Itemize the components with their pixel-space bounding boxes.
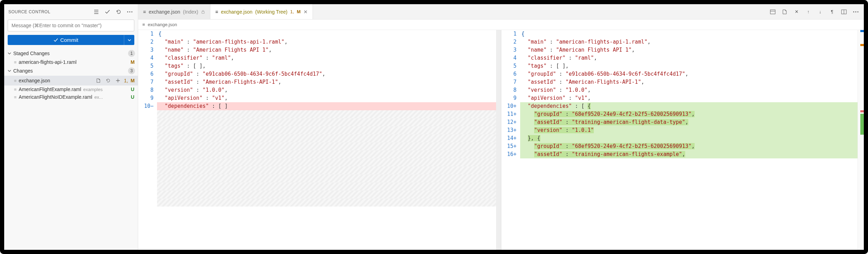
sidebar-title: SOURCE CONTROL <box>8 9 92 14</box>
file-name: exchange.json <box>19 78 50 83</box>
svg-point-2 <box>132 12 133 13</box>
section-changes[interactable]: Changes 3 <box>4 66 138 76</box>
discard-icon[interactable]: ✕ <box>793 8 800 16</box>
status-modified: M <box>130 78 135 83</box>
tab-label: exchange.json <box>149 9 180 15</box>
tab-status-modified: M <box>297 9 301 14</box>
whitespace-icon[interactable]: ¶ <box>828 8 836 16</box>
ruler-mark <box>860 114 864 135</box>
open-file-icon[interactable] <box>781 8 788 16</box>
file-name: american-flights-api-1.raml <box>19 59 77 65</box>
json-file-icon: ≡ <box>215 9 218 15</box>
svg-point-6 <box>853 11 854 12</box>
editor-main: ≡ exchange.json (Index) ≡ exchange.json … <box>138 4 864 250</box>
tab-label: exchange.json <box>221 9 252 15</box>
line-gutter-left: 12345678910− <box>138 30 157 250</box>
file-name: AmericanFlightExample.raml <box>19 87 81 92</box>
lock-icon <box>201 10 205 14</box>
ruler-mark <box>860 44 864 46</box>
sidebar-header-actions <box>92 8 134 16</box>
file-icon: ≡ <box>14 60 17 65</box>
commit-button[interactable]: Commit <box>8 35 124 45</box>
diff-container: 12345678910− { "main" : "american-flight… <box>138 30 864 250</box>
svg-rect-4 <box>770 10 775 14</box>
status-untracked: U <box>130 94 135 100</box>
tab-bar: ≡ exchange.json (Index) ≡ exchange.json … <box>138 4 864 20</box>
previous-change-icon[interactable]: ↑ <box>805 8 812 16</box>
ruler-mark <box>860 30 864 32</box>
file-row[interactable]: ≡ exchange.json 1, M <box>4 76 138 85</box>
open-file-icon[interactable] <box>95 77 102 84</box>
commit-message-input[interactable] <box>8 20 134 31</box>
diff-pane-modified[interactable]: → 12345678910+11+12+13+14+15+16+ { "main… <box>501 30 864 250</box>
more-actions-icon[interactable] <box>126 8 134 16</box>
editor-toolbar: ✕ ↑ ↓ ¶ <box>769 4 864 19</box>
tab-working-tree[interactable]: ≡ exchange.json (Working Tree) 1, M ✕ <box>210 4 313 19</box>
tab-suffix: (Index) <box>183 9 198 15</box>
commit-button-row: Commit <box>8 35 134 45</box>
breadcrumb[interactable]: ≡ exchange.json <box>138 20 864 30</box>
commit-area: Commit <box>4 20 138 48</box>
overview-ruler[interactable] <box>858 30 864 250</box>
file-directory: examples <box>83 87 103 92</box>
file-name: AmericanFlightNoIDExample.raml <box>19 94 92 100</box>
discard-changes-icon[interactable] <box>104 77 112 84</box>
commit-button-label: Commit <box>60 37 78 43</box>
diff-count: 1, <box>124 78 128 83</box>
refresh-icon[interactable] <box>115 8 122 16</box>
json-file-icon: ≡ <box>143 9 146 15</box>
app-frame: SOURCE CONTROL Commit <box>0 0 868 254</box>
code-left: { "main" : "american-flights-api-1.raml"… <box>157 30 501 250</box>
tab-diff-count: 1, <box>290 9 294 14</box>
tab-suffix: (Working Tree) <box>255 9 287 15</box>
diff-pane-original[interactable]: 12345678910− { "main" : "american-flight… <box>138 30 501 250</box>
commit-check-icon[interactable] <box>104 8 111 16</box>
svg-point-7 <box>855 11 856 12</box>
file-directory: ex... <box>94 95 103 100</box>
sidebar-header: SOURCE CONTROL <box>4 4 138 20</box>
svg-point-8 <box>858 11 859 12</box>
breadcrumb-file: exchange.json <box>148 22 177 27</box>
stage-changes-icon[interactable] <box>114 77 122 84</box>
toggle-inline-view-icon[interactable] <box>769 8 777 16</box>
scrollbar-left[interactable] <box>496 30 501 250</box>
file-icon: ≡ <box>14 78 17 83</box>
svg-point-1 <box>129 12 130 13</box>
line-gutter-right: 12345678910+11+12+13+14+15+16+ <box>501 30 520 250</box>
tab-index[interactable]: ≡ exchange.json (Index) <box>138 4 210 19</box>
code-right: { "main" : "american-flights-api-1.raml"… <box>520 30 864 250</box>
file-icon: ≡ <box>14 87 17 92</box>
file-row[interactable]: ≡ AmericanFlightExample.raml examples U <box>4 85 138 93</box>
view-as-tree-icon[interactable] <box>92 8 100 16</box>
section-label: Staged Changes <box>13 51 50 56</box>
file-row[interactable]: ≡ american-flights-api-1.raml M <box>4 58 138 66</box>
commit-dropdown-button[interactable] <box>124 35 134 45</box>
status-untracked: U <box>130 87 135 92</box>
close-tab-icon[interactable]: ✕ <box>304 9 308 15</box>
next-change-icon[interactable]: ↓ <box>816 8 824 16</box>
ruler-mark <box>860 110 864 112</box>
section-label: Changes <box>13 68 33 74</box>
status-modified: M <box>130 59 135 65</box>
split-editor-icon[interactable] <box>840 8 848 16</box>
chevron-down-icon <box>7 69 12 73</box>
chevron-down-icon <box>7 52 12 55</box>
json-file-icon: ≡ <box>142 22 145 27</box>
section-staged-changes[interactable]: Staged Changes 1 <box>4 48 138 58</box>
file-icon: ≡ <box>14 95 17 100</box>
staged-count-badge: 1 <box>128 50 135 57</box>
file-row[interactable]: ≡ AmericanFlightNoIDExample.raml ex... U <box>4 93 138 101</box>
svg-rect-3 <box>202 12 204 13</box>
changes-count-badge: 3 <box>128 67 135 74</box>
more-actions-icon[interactable] <box>852 8 860 16</box>
source-control-sidebar: SOURCE CONTROL Commit <box>4 4 138 250</box>
svg-point-0 <box>127 12 128 13</box>
